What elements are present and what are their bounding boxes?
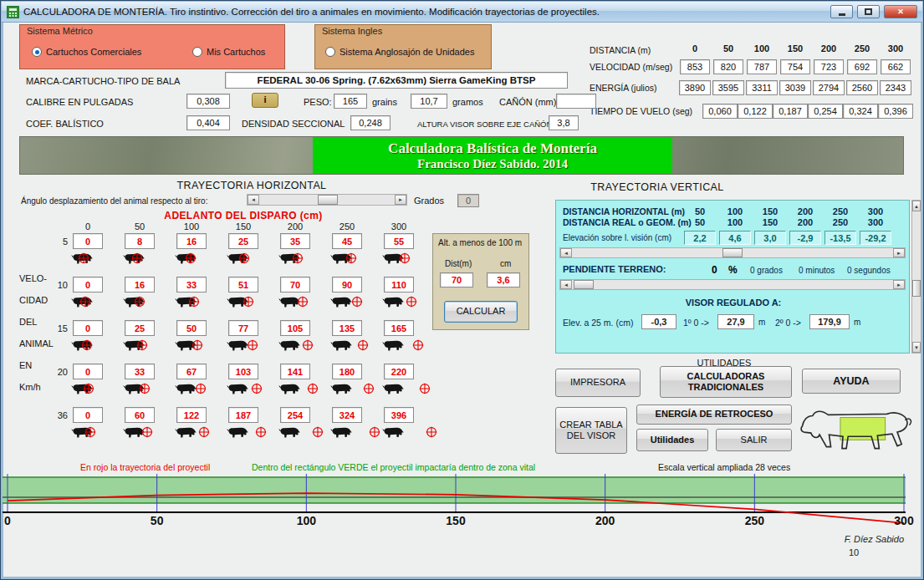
- axis-tick-label: 300: [887, 514, 921, 527]
- marca-input[interactable]: FEDERAL 30-06 Spring. (7.62x63mm) Sierra…: [225, 72, 568, 89]
- lead-value: 165: [384, 320, 414, 336]
- scroll-track[interactable]: [572, 248, 893, 257]
- tiempo-value: 0,396: [878, 104, 913, 119]
- slope-unit-label: 0 segundos: [847, 266, 891, 275]
- alt-cm-input[interactable]: 3,6: [487, 272, 520, 287]
- scroll-track[interactable]: [912, 211, 921, 342]
- boar-icon: [227, 425, 248, 442]
- scroll-thumb[interactable]: [722, 248, 743, 257]
- slope-scrollbar[interactable]: ◄ ►: [559, 279, 906, 290]
- english-frame-title: Sistema Ingles: [322, 26, 382, 36]
- lead-table: 0501001502002503005081625354555100163351…: [34, 221, 469, 464]
- zero1-unit: m: [758, 318, 765, 327]
- radio-cartuchos-comerciales[interactable]: Cartuchos Comerciales: [32, 47, 141, 57]
- crosshair-icon: [84, 426, 96, 441]
- axis-tick-label: 100: [289, 514, 323, 527]
- lead-value: 103: [228, 364, 258, 379]
- elevation-value: -29,2: [860, 231, 891, 245]
- slider-thumb[interactable]: [318, 195, 338, 205]
- crosshair-icon: [357, 339, 369, 354]
- salir-button[interactable]: SALIR: [716, 429, 792, 451]
- elevation-scrollbar[interactable]: ◄ ►: [559, 247, 906, 258]
- panel-vertical-scrollbar[interactable]: ▲ ▼: [911, 200, 921, 354]
- lead-value: 135: [332, 320, 362, 336]
- utilidades-button[interactable]: Utilidades: [636, 429, 708, 451]
- densidad-input[interactable]: 0,248: [350, 115, 391, 130]
- dist-real-value: 250: [824, 217, 857, 227]
- scroll-right-arrow-icon[interactable]: ►: [893, 248, 905, 257]
- calcular-button[interactable]: CALCULAR: [444, 301, 518, 323]
- radio-mis-cartuchos[interactable]: Mis Cartuchos: [192, 47, 265, 57]
- calculadoras-tradicionales-button[interactable]: CALCULADORAS TRADICIONALES: [660, 366, 792, 398]
- lead-value: 51: [228, 277, 258, 293]
- elev25-input[interactable]: -0,3: [641, 314, 676, 329]
- gramos-label: gramos: [452, 97, 483, 107]
- canon-input[interactable]: [556, 94, 596, 109]
- energia-row-label: ENERGÍA (julios): [590, 83, 657, 93]
- elev25-label: Elev. a 25 m. (cm): [563, 318, 633, 328]
- boar-icon: [382, 338, 404, 355]
- altura-visor-input[interactable]: 3,8: [549, 115, 579, 130]
- radio-dot-icon: [325, 47, 335, 57]
- lead-value: 0: [73, 233, 103, 249]
- lead-column-header: 100: [176, 221, 207, 231]
- scroll-up-arrow-icon[interactable]: ▲: [912, 201, 921, 211]
- maximize-button[interactable]: [857, 5, 880, 18]
- distancia-header: 50: [714, 43, 743, 53]
- scroll-right-arrow-icon[interactable]: ►: [893, 280, 905, 289]
- close-button[interactable]: ✕: [884, 5, 917, 18]
- crear-tabla-visor-button[interactable]: CREAR TABLA DEL VISOR: [555, 407, 627, 454]
- scroll-left-arrow-icon[interactable]: ◄: [560, 280, 572, 289]
- peso-grains-input[interactable]: 165: [334, 94, 367, 109]
- crosshair-icon: [238, 252, 250, 267]
- slider-right-arrow-icon[interactable]: ►: [395, 195, 406, 205]
- boar-icon: [278, 338, 300, 355]
- lead-value: 324: [332, 407, 362, 423]
- axis-tick-label: 50: [140, 514, 174, 527]
- dist-real-value: 50: [683, 217, 717, 227]
- minimize-button[interactable]: [830, 5, 853, 18]
- boar-icon: [278, 382, 300, 399]
- scroll-track[interactable]: [572, 280, 893, 289]
- marca-label: MARCA-CARTUCHO-TIPO DE BALA: [26, 76, 180, 86]
- angle-slider[interactable]: ◄ ►: [247, 194, 407, 206]
- lead-column-header: 300: [384, 221, 414, 231]
- peso-gramos-input[interactable]: 10,7: [411, 94, 447, 109]
- radio-anglosajon[interactable]: Sistema Anglosajón de Unidades: [325, 47, 474, 57]
- crosshair-icon: [345, 252, 357, 267]
- crosshair-icon: [81, 339, 93, 354]
- scroll-thumb[interactable]: [574, 280, 594, 289]
- dist-horizontal-value: 150: [753, 206, 787, 216]
- alt-dist-input[interactable]: 70: [440, 272, 473, 287]
- lead-value: 180: [332, 364, 362, 379]
- crosshair-icon: [83, 383, 94, 398]
- info-button[interactable]: i: [252, 93, 278, 108]
- slider-track[interactable]: [259, 195, 395, 205]
- energia-value: 3890: [679, 80, 711, 95]
- scroll-thumb[interactable]: [912, 280, 921, 297]
- crosshair-icon: [191, 339, 203, 354]
- energia-retroceso-button[interactable]: ENERGÍA DE RETROCESO: [636, 404, 792, 425]
- coef-label: COEF. BALÍSTICO: [26, 119, 104, 129]
- slope-unit-label: 0 grados: [750, 266, 783, 275]
- grains-label: grains: [372, 97, 397, 107]
- calibre-input[interactable]: 0,308: [186, 94, 230, 109]
- crosshair-icon: [426, 426, 437, 441]
- ayuda-button[interactable]: AYUDA: [802, 369, 901, 394]
- lead-column-header: 250: [332, 221, 362, 231]
- dist-horizontal-value: 100: [718, 206, 752, 216]
- adelanto-title: ADELANTO DEL DISPARO (cm): [110, 210, 377, 221]
- impresora-button[interactable]: IMPRESORA: [555, 369, 641, 397]
- axis-tick-label: 200: [589, 514, 622, 527]
- crosshair-icon: [412, 339, 424, 354]
- scroll-left-arrow-icon[interactable]: ◄: [560, 248, 572, 257]
- lead-value: 45: [332, 233, 362, 249]
- coef-input[interactable]: 0,404: [186, 115, 230, 130]
- pendiente-label: PENDIENTE TERRENO:: [563, 264, 666, 274]
- scroll-down-arrow-icon[interactable]: ▼: [912, 342, 921, 353]
- slider-left-arrow-icon[interactable]: ◄: [248, 195, 259, 205]
- lead-value: 77: [228, 320, 258, 336]
- crosshair-icon: [255, 426, 267, 441]
- tiempo-value: 0,122: [738, 104, 773, 119]
- velocidad-value: 820: [713, 59, 743, 74]
